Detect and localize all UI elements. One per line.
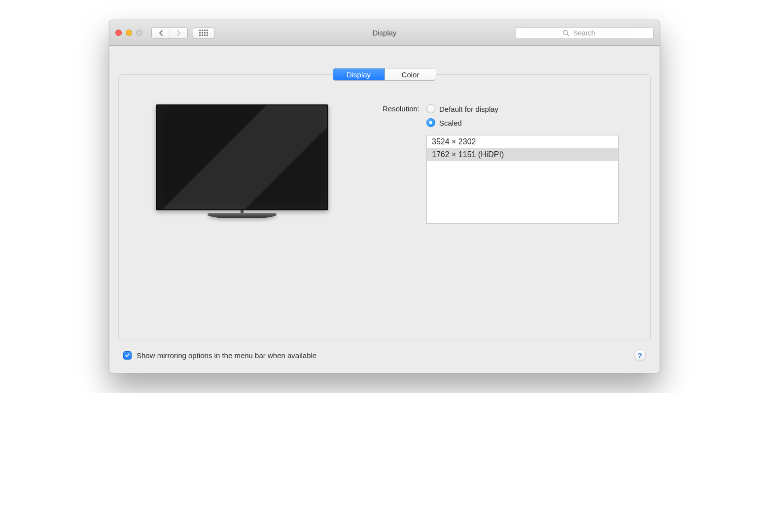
- radio-label: Default for display: [439, 105, 498, 113]
- radio-icon: [426, 118, 435, 127]
- footer: Show mirroring options in the menu bar w…: [118, 340, 651, 364]
- radio-default-for-display[interactable]: Default for display: [426, 104, 630, 113]
- grid-icon: [199, 30, 208, 36]
- radio-scaled[interactable]: Scaled: [426, 118, 630, 127]
- tab-bar: Display Color: [333, 68, 436, 81]
- tab-display[interactable]: Display: [333, 68, 384, 80]
- search-icon: [562, 30, 569, 36]
- settings-panel: Display Color Resolution: Default for di…: [118, 74, 651, 340]
- resolution-option[interactable]: 1762 × 1151 (HiDPI): [427, 148, 618, 161]
- close-window-button[interactable]: [115, 30, 122, 36]
- search-field[interactable]: [516, 27, 654, 39]
- back-button[interactable]: [152, 28, 170, 38]
- resolution-radios: Default for display Scaled: [426, 104, 630, 127]
- resolution-label: Resolution:: [360, 104, 419, 127]
- minimize-window-button[interactable]: [126, 30, 132, 36]
- checkbox-checked-icon: [123, 351, 132, 360]
- forward-button[interactable]: [170, 28, 187, 38]
- display-preview: [148, 104, 336, 218]
- help-button[interactable]: ?: [634, 349, 646, 361]
- window-content: Display Color Resolution: Default for di…: [109, 74, 660, 373]
- nav-back-forward: [151, 27, 188, 39]
- resolution-settings: Resolution: Default for display Scaled 3…: [360, 104, 630, 224]
- mirroring-checkbox-row[interactable]: Show mirroring options in the menu bar w…: [123, 351, 316, 360]
- traffic-lights: [115, 30, 142, 36]
- fullscreen-window-button: [136, 30, 142, 36]
- scaled-resolution-list[interactable]: 3524 × 2302 1762 × 1151 (HiDPI): [426, 135, 619, 224]
- resolution-option[interactable]: 3524 × 2302: [427, 135, 618, 148]
- monitor-icon: [156, 104, 328, 210]
- radio-label: Scaled: [439, 119, 462, 127]
- tab-color[interactable]: Color: [384, 68, 436, 80]
- show-all-prefs-button[interactable]: [193, 27, 214, 39]
- search-input[interactable]: [572, 29, 607, 37]
- window-toolbar: Display: [109, 20, 660, 46]
- panel-body: Resolution: Default for display Scaled 3…: [139, 104, 630, 224]
- chevron-left-icon: [159, 30, 163, 36]
- svg-line-1: [567, 34, 569, 36]
- radio-icon: [426, 104, 435, 113]
- preferences-window: Display Display Color Resolution:: [109, 20, 660, 373]
- mirroring-checkbox-label: Show mirroring options in the menu bar w…: [137, 351, 316, 360]
- question-mark-icon: ?: [637, 351, 642, 360]
- chevron-right-icon: [176, 30, 181, 36]
